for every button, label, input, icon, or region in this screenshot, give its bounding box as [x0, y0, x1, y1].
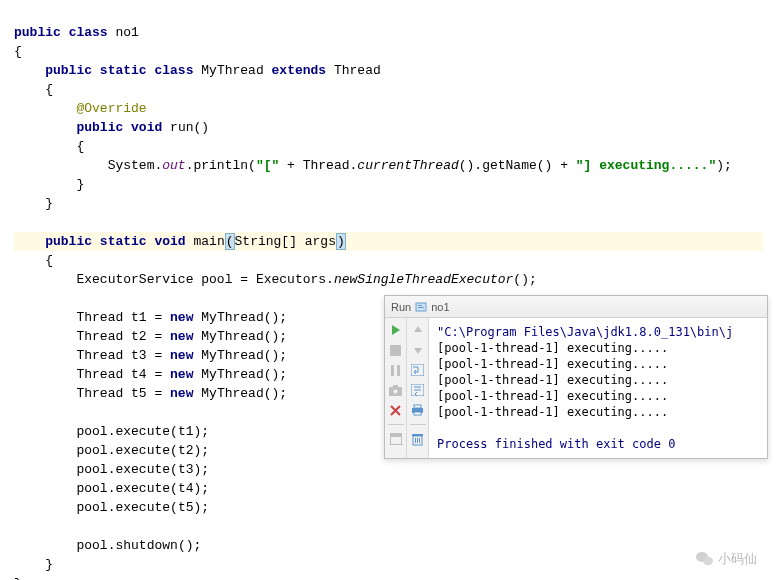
run-tab-label: Run [391, 301, 411, 313]
code-line: pool.execute(t5); [14, 500, 209, 515]
run-tab[interactable]: Run no1 [391, 301, 450, 313]
svg-rect-3 [390, 345, 401, 356]
code-line [14, 291, 22, 306]
code-line: pool.execute(t2); [14, 443, 209, 458]
svg-rect-14 [414, 405, 421, 408]
svg-rect-10 [390, 433, 402, 437]
code-line [14, 519, 22, 534]
wrap-icon[interactable] [410, 362, 426, 378]
code-line: Thread t3 = new MyThread(); [14, 348, 287, 363]
code-line: } [14, 196, 53, 211]
code-line: ExecutorService pool = Executors.newSing… [14, 272, 537, 287]
run-toolbar-left [385, 318, 407, 458]
code-line: @Override [14, 101, 147, 116]
up-icon[interactable] [410, 322, 426, 338]
code-editor[interactable]: public class no1 { public static class M… [0, 0, 777, 580]
run-toolbar-right [407, 318, 429, 458]
watermark-text: 小码仙 [718, 550, 757, 568]
rerun-icon[interactable] [388, 322, 404, 338]
scroll-end-icon[interactable] [410, 382, 426, 398]
stop-icon[interactable] [388, 342, 404, 358]
svg-rect-15 [414, 412, 421, 415]
layout-icon[interactable] [388, 431, 404, 447]
svg-rect-18 [415, 438, 416, 443]
code-line: } [14, 177, 84, 192]
print-icon[interactable] [410, 402, 426, 418]
svg-point-8 [394, 389, 398, 393]
code-line: pool.execute(t1); [14, 424, 209, 439]
code-line: { [14, 139, 84, 154]
output-line: [pool-1-thread-1] executing..... [437, 341, 668, 355]
watermark: 小码仙 [696, 550, 757, 568]
run-tool-window: Run no1 "C:\Program Files\Java\jdk1.8. [384, 295, 768, 459]
code-line: { [14, 253, 53, 268]
output-line: [pool-1-thread-1] executing..... [437, 357, 668, 371]
run-header: Run no1 [385, 296, 767, 318]
code-line: pool.execute(t4); [14, 481, 209, 496]
down-icon[interactable] [410, 342, 426, 358]
code-line: } [14, 576, 22, 580]
code-line: public void run() [14, 120, 209, 135]
code-line [14, 215, 22, 230]
svg-rect-20 [419, 438, 420, 443]
code-line-highlighted: public static void main(String[] args) [14, 232, 763, 251]
output-line: [pool-1-thread-1] executing..... [437, 405, 668, 419]
code-line: public static class MyThread extends Thr… [14, 63, 381, 78]
code-line: public class no1 [14, 25, 139, 40]
code-line: } [14, 557, 53, 572]
run-config-name: no1 [431, 301, 449, 313]
code-line: pool.shutdown(); [14, 538, 201, 553]
svg-point-22 [703, 557, 713, 565]
exit-message: Process finished with exit code 0 [437, 437, 675, 451]
svg-rect-5 [397, 365, 400, 376]
code-line: Thread t4 = new MyThread(); [14, 367, 287, 382]
code-line: Thread t1 = new MyThread(); [14, 310, 287, 325]
code-line [14, 405, 22, 420]
code-line: System.out.println("[" + Thread.currentT… [14, 158, 732, 173]
trash-icon[interactable] [410, 431, 426, 447]
output-line: [pool-1-thread-1] executing..... [437, 373, 668, 387]
code-line: Thread t5 = new MyThread(); [14, 386, 287, 401]
camera-icon[interactable] [388, 382, 404, 398]
config-icon [415, 301, 427, 313]
output-path: "C:\Program Files\Java\jdk1.8.0_131\bin\… [437, 325, 733, 339]
svg-rect-2 [418, 307, 424, 308]
code-line: Thread t2 = new MyThread(); [14, 329, 287, 344]
svg-rect-17 [412, 434, 423, 436]
console-output[interactable]: "C:\Program Files\Java\jdk1.8.0_131\bin\… [429, 318, 767, 458]
close-icon[interactable] [388, 402, 404, 418]
svg-rect-19 [417, 438, 418, 443]
svg-rect-1 [418, 305, 422, 306]
code-line: { [14, 44, 22, 59]
code-line: { [14, 82, 53, 97]
wechat-icon [696, 551, 714, 567]
output-line: [pool-1-thread-1] executing..... [437, 389, 668, 403]
svg-rect-7 [393, 385, 398, 388]
code-line: pool.execute(t3); [14, 462, 209, 477]
svg-rect-4 [391, 365, 394, 376]
pause-icon[interactable] [388, 362, 404, 378]
